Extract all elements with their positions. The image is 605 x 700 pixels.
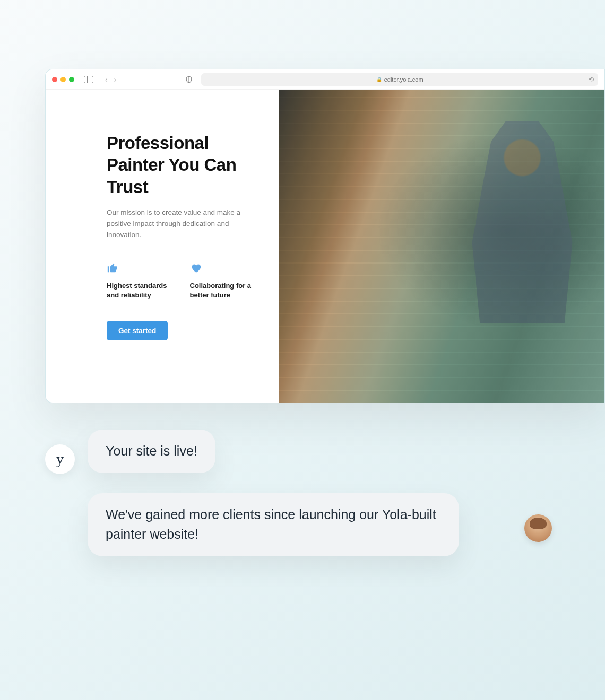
minimize-window-button[interactable] bbox=[60, 77, 66, 82]
hero-image bbox=[279, 90, 604, 402]
zoom-window-button[interactable] bbox=[69, 77, 74, 82]
sidebar-toggle-icon[interactable] bbox=[84, 76, 93, 83]
nav-back-button[interactable]: ‹ bbox=[104, 75, 109, 84]
hero-text-column: Professional Painter You Can Trust Our m… bbox=[46, 90, 279, 402]
feature-label: Highest standards and reliability bbox=[107, 281, 175, 301]
chat-bubble-system: Your site is live! bbox=[88, 430, 215, 473]
browser-mockup: ‹ › 🔒 editor.yola.com ⟲ Professional Pai… bbox=[45, 69, 605, 403]
hero-title: Professional Painter You Can Trust bbox=[107, 132, 258, 198]
feature-item: Collaborating for a better future bbox=[190, 262, 258, 301]
heart-icon bbox=[190, 262, 258, 274]
window-controls bbox=[52, 77, 74, 82]
browser-toolbar: ‹ › 🔒 editor.yola.com ⟲ bbox=[46, 69, 604, 90]
chat-area: y Your site is live! We've gained more c… bbox=[45, 430, 573, 556]
nav-forward-button[interactable]: › bbox=[113, 75, 118, 84]
hero-subtitle: Our mission is to create value and make … bbox=[107, 207, 245, 241]
url-text: editor.yola.com bbox=[384, 76, 424, 83]
yola-avatar: y bbox=[45, 444, 75, 474]
lock-icon: 🔒 bbox=[376, 77, 382, 82]
close-window-button[interactable] bbox=[52, 77, 57, 82]
website-preview: Professional Painter You Can Trust Our m… bbox=[46, 90, 604, 402]
feature-item: Highest standards and reliability bbox=[107, 262, 175, 301]
get-started-button[interactable]: Get started bbox=[107, 321, 168, 340]
painter-figure bbox=[466, 121, 578, 323]
feature-row: Highest standards and reliability Collab… bbox=[107, 262, 258, 301]
user-avatar bbox=[524, 514, 552, 542]
thumbs-up-icon bbox=[107, 262, 175, 274]
privacy-shield-icon[interactable] bbox=[185, 76, 193, 83]
address-bar[interactable]: 🔒 editor.yola.com ⟲ bbox=[201, 73, 598, 86]
feature-label: Collaborating for a better future bbox=[190, 281, 258, 301]
refresh-icon[interactable]: ⟲ bbox=[589, 76, 594, 83]
chat-bubble-user: We've gained more clients since launchin… bbox=[88, 493, 459, 556]
